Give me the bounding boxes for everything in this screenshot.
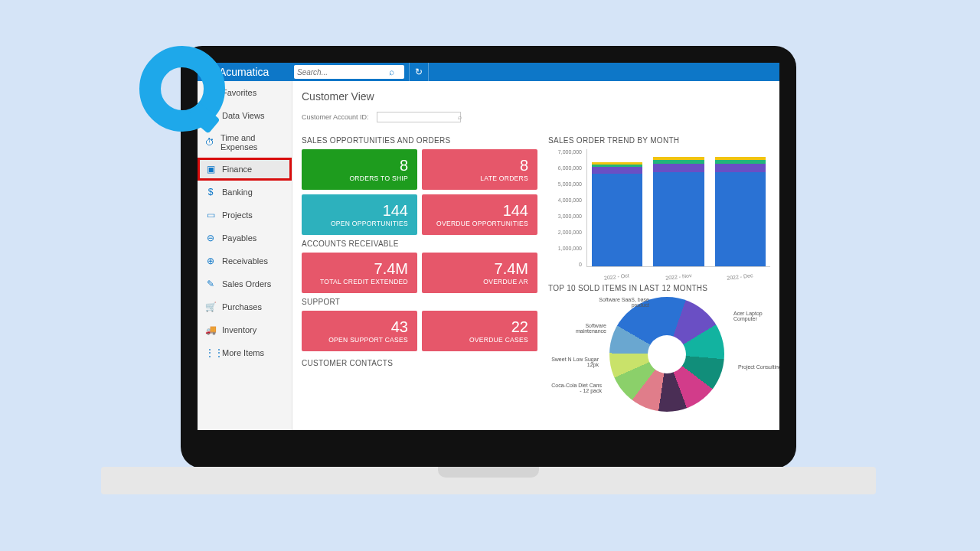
section-ar: ACCOUNTS RECEIVABLE xyxy=(302,240,537,248)
pie-label: Sweet N Low Sugar 12pk xyxy=(548,357,599,368)
customer-account-input[interactable] xyxy=(377,112,461,122)
sidebar-item-label: Receivables xyxy=(222,256,268,266)
customer-filter-row: Customer Account ID: ⌕ xyxy=(302,112,770,122)
edit-icon: ✎ xyxy=(205,279,216,289)
sidebar-item-more[interactable]: ⋮⋮More Items xyxy=(198,341,292,364)
section-top-items: TOP 10 SOLD ITEMS IN LAST 12 MONTHS xyxy=(548,284,770,292)
sidebar-item-finance[interactable]: ▣Finance xyxy=(198,158,292,181)
lookup-icon[interactable]: ⌕ xyxy=(458,113,462,121)
q-logo xyxy=(139,46,225,132)
sidebar-item-sales-orders[interactable]: ✎Sales Orders xyxy=(198,272,292,295)
search-icon[interactable]: ⌕ xyxy=(389,67,394,77)
sidebar-item-label: Inventory xyxy=(222,325,256,334)
customer-field-label: Customer Account ID: xyxy=(302,113,369,121)
search-box[interactable]: ⌕ xyxy=(294,65,404,79)
tile-open-cases[interactable]: 43OPEN SUPPORT CASES xyxy=(302,311,417,351)
pie-label: Coca-Cola Diet Cans - 12 pack xyxy=(548,383,602,394)
section-support: SUPPORT xyxy=(302,298,537,306)
laptop-frame: Acumatica ⌕ ↻ ★Favorites ◔Data Views ⏱Ti… xyxy=(181,46,796,468)
projects-icon: ▭ xyxy=(205,210,216,220)
pie-label: Software maintenance xyxy=(559,323,606,334)
sidebar-item-label: Sales Orders xyxy=(222,279,271,289)
stopwatch-icon: ⏱ xyxy=(205,137,214,148)
sidebar-item-label: Data Views xyxy=(222,111,264,120)
sidebar-item-label: Time and Expenses xyxy=(220,133,284,152)
tile-credit-extended[interactable]: 7.4MTOTAL CREDIT EXTENDED xyxy=(302,253,417,293)
page-title: Customer View xyxy=(302,90,770,103)
sidebar-item-payables[interactable]: ⊖Payables xyxy=(198,227,292,249)
sidebar-item-banking[interactable]: $Banking xyxy=(198,181,292,204)
dollar-icon: $ xyxy=(205,187,216,197)
section-opportunities: SALES OPPORTUNITIES AND ORDERS xyxy=(302,136,537,145)
tile-orders-to-ship[interactable]: 8ORDERS TO SHIP xyxy=(302,149,417,190)
cart-icon: 🛒 xyxy=(205,302,216,312)
sidebar-item-label: More Items xyxy=(222,348,264,357)
tile-overdue-ar[interactable]: 7.4MOVERDUE AR xyxy=(422,253,537,293)
app-screen: Acumatica ⌕ ↻ ★Favorites ◔Data Views ⏱Ti… xyxy=(198,63,779,430)
sidebar-item-purchases[interactable]: 🛒Purchases xyxy=(198,295,292,318)
plus-circle-icon: ⊕ xyxy=(205,256,216,266)
main-panel: Customer View Customer Account ID: ⌕ SAL… xyxy=(292,81,779,430)
section-trend: SALES ORDER TREND BY MONTH xyxy=(548,136,770,145)
sidebar-item-label: Favorites xyxy=(222,88,256,97)
sidebar-item-label: Projects xyxy=(222,210,253,220)
pie-chart: Acer Laptop Computer Project Consulting … xyxy=(548,297,770,412)
tile-open-opportunities[interactable]: 144OPEN OPPORTUNITIES xyxy=(302,194,417,235)
pie-label: Software SaaS, base product xyxy=(596,297,649,308)
section-contacts: CUSTOMER CONTACTS xyxy=(302,359,537,367)
pie-label: Project Consulting xyxy=(738,364,779,370)
sidebar-item-label: Purchases xyxy=(222,302,262,311)
tile-late-orders[interactable]: 8LATE ORDERS xyxy=(422,149,537,190)
sidebar-item-time-expenses[interactable]: ⏱Time and Expenses xyxy=(198,127,292,158)
sidebar-item-label: Payables xyxy=(222,233,256,243)
laptop-notch xyxy=(438,467,539,478)
tile-overdue-cases[interactable]: 22OVERDUE CASES xyxy=(422,311,537,351)
search-input[interactable] xyxy=(297,68,389,77)
sidebar-item-label: Finance xyxy=(222,165,252,174)
bar-chart: 7,000,0006,000,0005,000,0004,000,0003,00… xyxy=(548,149,770,279)
calculator-icon: ▣ xyxy=(205,164,216,174)
sidebar-item-receivables[interactable]: ⊕Receivables xyxy=(198,249,292,272)
reload-button[interactable]: ↻ xyxy=(409,63,429,81)
pie-label: Acer Laptop Computer xyxy=(733,311,779,322)
sidebar-item-label: Banking xyxy=(222,187,253,197)
minus-circle-icon: ⊖ xyxy=(205,233,216,243)
truck-icon: 🚚 xyxy=(205,324,216,335)
sidebar: ★Favorites ◔Data Views ⏱Time and Expense… xyxy=(198,81,292,430)
sidebar-item-inventory[interactable]: 🚚Inventory xyxy=(198,318,292,341)
grid-icon: ⋮⋮ xyxy=(205,347,216,358)
sidebar-item-projects[interactable]: ▭Projects xyxy=(198,204,292,227)
topbar: Acumatica ⌕ ↻ xyxy=(198,63,779,81)
tile-overdue-opportunities[interactable]: 144OVERDUE OPPORTUNITIES xyxy=(422,194,537,235)
